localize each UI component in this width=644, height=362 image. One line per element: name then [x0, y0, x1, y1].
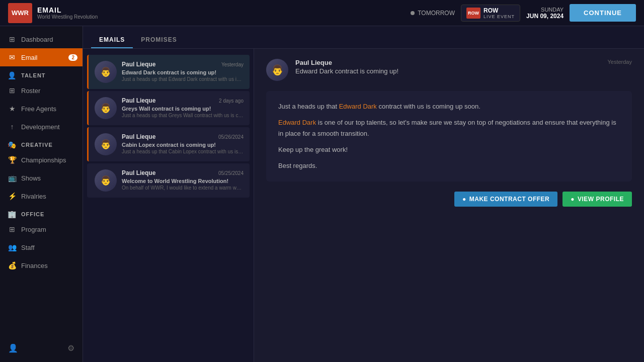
talent-section-icon: 👤	[8, 71, 16, 79]
row-icon: ROW	[466, 8, 480, 19]
live-event-label: LIVE EVENT	[484, 14, 515, 19]
content-area: EMAILS PROMISES 👨 Paul Lieque	[83, 26, 644, 362]
sidebar-item-email[interactable]: ✉ Email 2	[0, 48, 83, 66]
sidebar-item-rivalries[interactable]: ⚡ Rivalries	[0, 187, 83, 205]
detail-subject-line: Edward Dark contract is coming up!	[295, 67, 600, 75]
sidebar-item-championships[interactable]: 🏆 Championships	[0, 151, 83, 169]
program-icon: ⊞	[8, 225, 16, 233]
email-icon: ✉	[8, 53, 16, 61]
email-list-item[interactable]: 👨 Paul Lieque 2 days ago Greys Wall cont…	[87, 91, 250, 125]
sidebar-item-free-agents[interactable]: ★ Free Agents	[0, 100, 83, 118]
avatar: 👨	[95, 133, 117, 155]
sidebar-label-rivalries: Rivalries	[21, 193, 46, 200]
row-live-badge[interactable]: ROW ROW LIVE EVENT	[461, 5, 520, 22]
email-body: 👨 Paul Lieque Yesterday Edward Dark cont…	[83, 49, 644, 362]
profile-icon: ●	[571, 196, 575, 203]
avatar-img-3: 👨	[95, 133, 117, 155]
edward-dark-link-1[interactable]: Edward Dark	[339, 103, 377, 110]
sidebar-item-dashboard[interactable]: ⊞ Dashboard	[0, 30, 83, 48]
avatar: 👨	[95, 97, 117, 119]
rivalries-icon: ⚡	[8, 192, 16, 200]
detail-time: Yesterday	[607, 59, 632, 65]
sidebar-creative-label: CREATIVE	[21, 142, 53, 148]
email-list-item[interactable]: 👨 Paul Lieque 05/26/2024 Cabin Lopex con…	[87, 127, 250, 161]
staff-icon: 👥	[8, 243, 16, 251]
sidebar-item-shows[interactable]: 📺 Shows	[0, 169, 83, 187]
finances-icon: 💰	[8, 261, 16, 269]
detail-body-text-2b: is one of our top talents, so let's make…	[278, 119, 616, 137]
email-preview-4: On behalf of WWR, I would like to extend…	[122, 185, 244, 191]
email-sender-2: Paul Lieque	[122, 97, 155, 104]
tomorrow-badge: TOMORROW	[411, 10, 455, 17]
email-header-row-2: Paul Lieque 2 days ago	[122, 97, 244, 104]
sidebar-label-staff: Staff	[21, 244, 35, 251]
email-time-2: 2 days ago	[219, 98, 244, 104]
sidebar-label-roster: Roster	[21, 87, 40, 95]
settings-gear-icon[interactable]: ⚙	[67, 343, 74, 353]
dashboard-icon: ⊞	[8, 35, 16, 43]
date-full: JUN 09, 2024	[526, 13, 564, 20]
row-live-text: ROW LIVE EVENT	[484, 7, 515, 19]
email-page: EMAILS PROMISES 👨 Paul Lieque	[83, 26, 644, 362]
sidebar-item-staff[interactable]: 👥 Staff	[0, 238, 83, 256]
detail-header: 👨 Paul Lieque Edward Dark contract is co…	[266, 59, 632, 81]
detail-actions: ● MAKE CONTRACT OFFER ● VIEW PROFILE	[266, 192, 632, 207]
tab-emails[interactable]: EMAILS	[91, 32, 133, 48]
top-header: WWR EMAIL World Wrestling Revolution TOM…	[0, 0, 644, 26]
email-content-4: Paul Lieque 05/25/2024 Welcome to World …	[122, 169, 244, 192]
email-sender-1: Paul Lieque	[122, 61, 155, 68]
sidebar-section-office: 🏢 OFFICE	[0, 205, 83, 220]
email-list-item[interactable]: 👨 Paul Lieque 05/25/2024 Welcome to Worl…	[87, 163, 250, 198]
detail-body-paragraph-4: Best regards.	[278, 160, 620, 171]
make-contract-offer-label: MAKE CONTRACT OFFER	[469, 196, 550, 203]
sidebar-section-creative: 🎭 CREATIVE	[0, 136, 83, 151]
sidebar: ⊞ Dashboard ✉ Email 2 👤 TALENT ⊞ Roster …	[0, 26, 83, 362]
detail-body-paragraph-2: Edward Dark is one of our top talents, s…	[278, 117, 620, 139]
email-tabs: EMAILS PROMISES	[83, 26, 644, 49]
sidebar-label-finances: Finances	[21, 262, 48, 269]
email-subject-2: Greys Wall contract is coming up!	[122, 106, 244, 112]
detail-avatar: 👨	[266, 59, 288, 81]
continue-button[interactable]: CONTINUE	[570, 4, 636, 22]
sidebar-label-development: Development	[21, 123, 60, 131]
logo: WWR	[8, 3, 32, 23]
date-day: SUNDAY	[541, 7, 564, 13]
email-detail: 👨 Paul Lieque Edward Dark contract is co…	[254, 49, 644, 362]
avatar-img-2: 👨	[95, 97, 117, 119]
game-subtitle: World Wrestling Revolution	[37, 14, 98, 20]
email-sender-3: Paul Lieque	[122, 133, 155, 140]
sidebar-label-email: Email	[21, 54, 38, 61]
sidebar-office-label: OFFICE	[21, 211, 44, 217]
avatar-img-4: 👨	[95, 169, 117, 192]
sidebar-section-talent: 👤 TALENT	[0, 66, 83, 81]
tomorrow-dot	[411, 11, 415, 15]
sidebar-item-roster[interactable]: ⊞ Roster	[0, 81, 83, 100]
free-agents-icon: ★	[8, 105, 16, 113]
detail-body-text-1a: Just a heads up that	[278, 103, 339, 110]
sidebar-item-finances[interactable]: 💰 Finances	[0, 256, 83, 275]
email-header-row-3: Paul Lieque 05/26/2024	[122, 133, 244, 140]
main-layout: ⊞ Dashboard ✉ Email 2 👤 TALENT ⊞ Roster …	[0, 26, 644, 362]
email-content-1: Paul Lieque Yesterday Edward Dark contra…	[122, 61, 244, 83]
make-contract-offer-button[interactable]: ● MAKE CONTRACT OFFER	[454, 192, 557, 207]
sidebar-label-championships: Championships	[21, 156, 66, 164]
tab-promises[interactable]: PROMISES	[133, 32, 185, 48]
game-title-main: EMAIL	[37, 6, 98, 14]
email-list-item[interactable]: 👨 Paul Lieque Yesterday Edward Dark cont…	[87, 55, 250, 89]
sidebar-item-program[interactable]: ⊞ Program	[0, 220, 83, 238]
sidebar-talent-label: TALENT	[21, 72, 46, 78]
email-preview-3: Just a heads up that Cabin Lopex contrac…	[122, 149, 244, 154]
email-preview-1: Just a heads up that Edward Dark contrac…	[122, 76, 244, 82]
email-time-4: 05/25/2024	[218, 170, 244, 176]
sidebar-label-free-agents: Free Agents	[21, 105, 56, 113]
settings-user-icon[interactable]: 👤	[8, 343, 18, 353]
detail-body-paragraph-3: Keep up the great work!	[278, 144, 620, 155]
avatar: 👨	[95, 61, 117, 83]
email-header-row-1: Paul Lieque Yesterday	[122, 61, 244, 68]
email-subject-4: Welcome to World Wrestling Revolution!	[122, 178, 244, 184]
edward-dark-link-2[interactable]: Edward Dark	[278, 119, 316, 126]
sidebar-label-dashboard: Dashboard	[21, 36, 53, 43]
view-profile-button[interactable]: ● VIEW PROFILE	[562, 192, 632, 207]
email-content-3: Paul Lieque 05/26/2024 Cabin Lopex contr…	[122, 133, 244, 155]
sidebar-item-development[interactable]: ↑ Development	[0, 118, 83, 136]
